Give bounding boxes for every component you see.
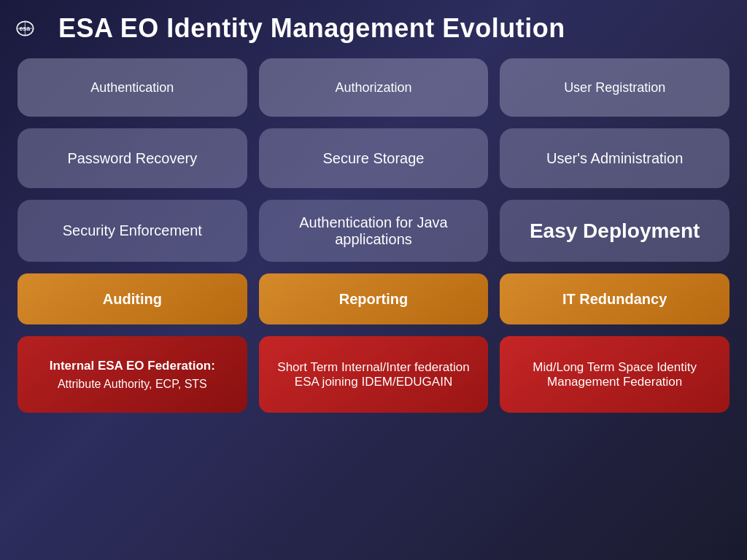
card-mid-long[interactable]: Mid/Long Term Space Identity Management … — [500, 336, 729, 413]
card-reporting[interactable]: Reporting — [259, 273, 489, 324]
card-short-term[interactable]: Short Term Internal/Inter federation ESA… — [259, 336, 489, 413]
esa-logo: esa — [15, 18, 50, 39]
card-easy-deployment[interactable]: Easy Deployment — [500, 200, 729, 262]
card-authentication[interactable]: Authentication — [18, 58, 247, 117]
card-security-enforcement[interactable]: Security Enforcement — [18, 200, 247, 262]
card-auth-java[interactable]: Authentication for Java applications — [259, 200, 489, 262]
card-user-registration[interactable]: User Registration — [500, 58, 729, 117]
card-auditing[interactable]: Auditing — [18, 273, 247, 324]
card-users-administration[interactable]: User's Administration — [500, 128, 729, 188]
page-header: esa ESA EO Identity Management Evolution — [0, 0, 747, 51]
card-internal-esa[interactable]: Internal ESA EO Federation: Attribute Au… — [18, 336, 247, 413]
card-authorization[interactable]: Authorization — [259, 58, 489, 117]
main-grid: Authentication Authorization User Regist… — [0, 51, 747, 421]
card-password-recovery[interactable]: Password Recovery — [18, 128, 247, 188]
card-it-redundancy[interactable]: IT Redundancy — [500, 273, 729, 324]
page-title: ESA EO Identity Management Evolution — [58, 13, 565, 44]
card-secure-storage[interactable]: Secure Storage — [259, 128, 489, 188]
